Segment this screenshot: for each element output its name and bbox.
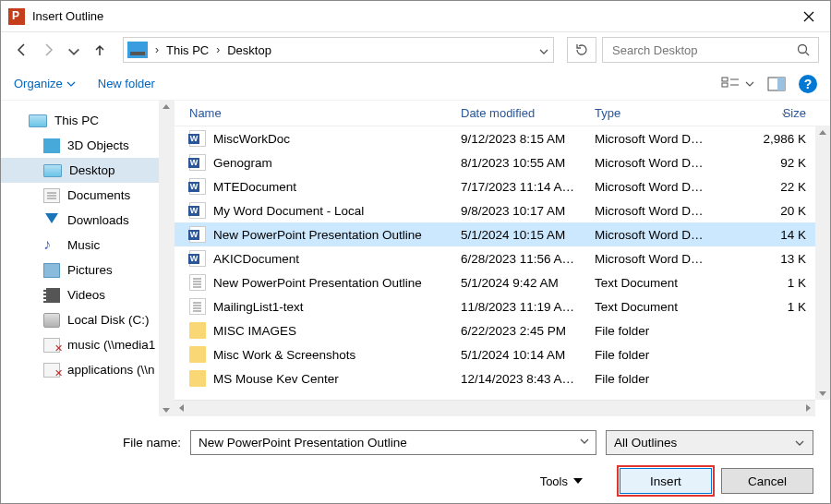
monitor-icon xyxy=(29,114,47,127)
up-button[interactable] xyxy=(90,40,110,60)
tree-item[interactable]: Documents xyxy=(1,183,174,208)
help-button[interactable]: ? xyxy=(799,75,817,93)
tree-item[interactable]: Desktop xyxy=(1,158,174,183)
col-header-date[interactable]: Date modified xyxy=(461,106,595,120)
file-date: 5/1/2024 10:14 AM xyxy=(461,348,595,362)
col-header-type[interactable]: Type xyxy=(595,106,729,120)
file-row[interactable]: My Word Document - Local9/8/2023 10:17 A… xyxy=(175,198,830,222)
file-row[interactable]: New PowerPoint Presentation Outline5/1/2… xyxy=(175,270,830,294)
tree-item-label: Pictures xyxy=(67,263,113,277)
file-type: Microsoft Word D… xyxy=(595,204,729,218)
tree-item[interactable]: Downloads xyxy=(1,208,174,233)
file-size: 14 K xyxy=(729,228,815,242)
pics-icon xyxy=(43,263,60,278)
word-file-icon xyxy=(189,226,206,243)
file-name: MS Mouse Kev Center xyxy=(213,372,339,386)
file-date: 11/8/2023 11:19 A… xyxy=(461,300,595,314)
file-name: MiscWorkDoc xyxy=(213,132,290,146)
file-name: New PowerPoint Presentation Outline xyxy=(213,228,422,242)
hscrollbar[interactable] xyxy=(175,400,815,416)
insert-button[interactable]: Insert xyxy=(620,468,712,494)
word-file-icon xyxy=(189,178,206,195)
tree-item[interactable]: 3D Objects xyxy=(1,133,174,158)
file-date: 5/1/2024 10:15 AM xyxy=(461,228,595,242)
address-bar[interactable]: › This PC › Desktop xyxy=(123,37,554,63)
file-date: 5/1/2024 9:42 AM xyxy=(461,276,595,290)
refresh-button[interactable] xyxy=(567,37,596,63)
file-row[interactable]: MailingList1-text11/8/2023 11:19 A…Text … xyxy=(175,294,830,318)
tree-item[interactable]: Pictures xyxy=(1,258,174,282)
txt-file-icon xyxy=(189,298,206,315)
address-history-drop[interactable] xyxy=(538,44,549,61)
folder-tree[interactable]: This PC 3D ObjectsDesktopDocumentsDownlo… xyxy=(1,101,175,416)
file-row[interactable]: New PowerPoint Presentation Outline5/1/2… xyxy=(175,222,830,246)
back-button[interactable] xyxy=(12,40,32,60)
filename-input[interactable]: New PowerPoint Presentation Outline xyxy=(190,430,596,455)
search-input[interactable] xyxy=(610,42,789,58)
file-name: My Word Document - Local xyxy=(213,204,364,218)
file-row[interactable]: Genogram8/1/2023 10:55 AMMicrosoft Word … xyxy=(175,150,830,174)
monitor-icon xyxy=(43,164,62,177)
tree-item[interactable]: Videos xyxy=(1,282,174,307)
txt-file-icon xyxy=(189,274,206,291)
down-icon xyxy=(43,213,60,228)
col-header-size[interactable]: Size⌄ xyxy=(729,106,815,120)
music-icon: ♪ xyxy=(43,238,60,253)
filename-history-drop[interactable] xyxy=(579,436,590,450)
tree-item[interactable]: ♪Music xyxy=(1,233,174,258)
organize-menu[interactable]: Organize xyxy=(14,77,76,90)
file-size: 2,986 K xyxy=(729,132,815,146)
file-scrollbar[interactable] xyxy=(815,126,830,400)
file-row[interactable]: Misc Work & Screenshots5/1/2024 10:14 AM… xyxy=(175,342,830,366)
file-name: MTEDocument xyxy=(213,180,296,194)
file-type-filter[interactable]: All Outlines xyxy=(606,430,813,455)
disk-icon xyxy=(43,313,60,328)
file-row[interactable]: MiscWorkDoc9/12/2023 8:15 AMMicrosoft Wo… xyxy=(175,126,830,150)
file-row[interactable]: MISC IMAGES6/22/2023 2:45 PMFile folder xyxy=(175,318,830,342)
file-type: Microsoft Word D… xyxy=(595,252,729,266)
file-type: Text Document xyxy=(595,300,729,314)
file-row[interactable]: MTEDocument7/17/2023 11:14 A…Microsoft W… xyxy=(175,174,830,198)
cancel-button[interactable]: Cancel xyxy=(721,468,813,494)
file-size: 92 K xyxy=(729,156,815,170)
file-size: 1 K xyxy=(729,276,815,290)
net-icon xyxy=(43,338,60,353)
file-row[interactable]: AKICDocument6/28/2023 11:56 A…Microsoft … xyxy=(175,246,830,270)
file-name: Misc Work & Screenshots xyxy=(213,348,355,362)
forward-button[interactable] xyxy=(38,40,58,60)
svg-rect-1 xyxy=(722,78,728,81)
word-file-icon xyxy=(189,154,206,171)
file-row[interactable]: MS Mouse Kev Center12/14/2023 8:43 A…Fil… xyxy=(175,366,830,390)
crumb-desktop[interactable]: Desktop xyxy=(227,43,271,57)
file-date: 6/22/2023 2:45 PM xyxy=(461,324,595,338)
file-date: 9/8/2023 10:17 AM xyxy=(461,204,595,218)
search-box[interactable] xyxy=(602,37,819,63)
view-menu[interactable] xyxy=(721,77,754,91)
video-icon xyxy=(43,288,60,303)
folder-file-icon xyxy=(189,322,206,339)
crumb-this-pc[interactable]: This PC xyxy=(166,43,209,57)
window-title: Insert Outline xyxy=(32,9,788,23)
col-header-name[interactable]: Name xyxy=(175,106,461,120)
tree-item-label: Desktop xyxy=(69,163,115,177)
close-button[interactable] xyxy=(788,2,830,30)
tree-item[interactable]: music (\\media1 xyxy=(1,332,174,357)
tree-scrollbar[interactable] xyxy=(159,101,174,416)
file-type: Microsoft Word D… xyxy=(595,132,729,146)
tree-item[interactable]: Local Disk (C:) xyxy=(1,307,174,332)
docs-icon xyxy=(43,188,60,203)
new-folder-button[interactable]: New folder xyxy=(98,77,155,90)
tree-item-label: Videos xyxy=(67,288,105,302)
tree-this-pc[interactable]: This PC xyxy=(1,108,174,133)
recent-locations[interactable] xyxy=(64,40,84,60)
filename-value: New PowerPoint Presentation Outline xyxy=(199,436,407,450)
tools-menu[interactable]: Tools xyxy=(540,474,583,488)
preview-pane-button[interactable] xyxy=(767,77,786,91)
file-date: 8/1/2023 10:55 AM xyxy=(461,156,595,170)
file-date: 12/14/2023 8:43 A… xyxy=(461,372,595,386)
search-icon xyxy=(796,42,811,57)
tree-item[interactable]: applications (\\n xyxy=(1,357,174,382)
tree-item-label: applications (\\n xyxy=(67,363,155,377)
file-name: New PowerPoint Presentation Outline xyxy=(213,276,422,290)
file-list[interactable]: Name Date modified Type Size⌄ MiscWorkDo… xyxy=(175,101,830,416)
